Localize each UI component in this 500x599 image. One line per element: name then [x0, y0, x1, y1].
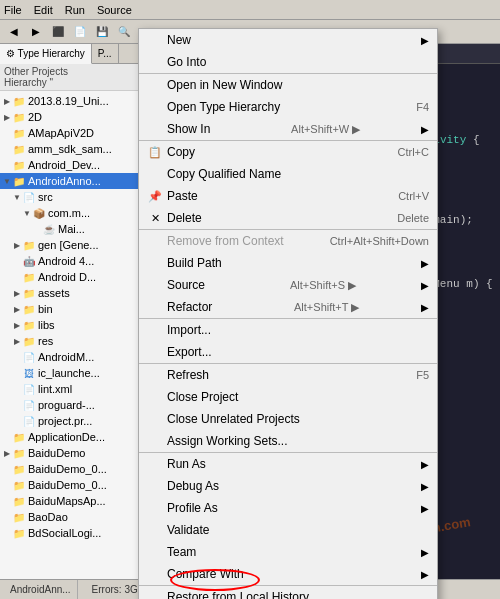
menu-bar: File Edit Run Source [0, 0, 500, 20]
context-menu-item-run-as[interactable]: Run As▶ [139, 452, 437, 475]
context-menu-item-refresh[interactable]: RefreshF5 [139, 363, 437, 386]
tree-item[interactable]: 📁 BaiduDemo_0... [0, 477, 154, 493]
tree-item[interactable]: ▼ 📄 src [0, 189, 154, 205]
tree-item[interactable]: ▶ 📁 bin [0, 301, 154, 317]
context-menu-item-debug-as[interactable]: Debug As▶ [139, 475, 437, 497]
tree-item[interactable]: ▶ 📁 libs [0, 317, 154, 333]
tree-item[interactable]: 📁 Android_Dev... [0, 157, 154, 173]
context-menu-item-close-project[interactable]: Close Project [139, 386, 437, 408]
tree-item[interactable]: ▼ 📁 AndroidAnno... [0, 173, 154, 189]
context-menu-item-restore-from-local-history[interactable]: Restore from Local History... [139, 585, 437, 599]
tree-area: ▶ 📁 2013.8.19_Uni... ▶ 📁 2D 📁 AMapApiV2D… [0, 91, 154, 599]
context-menu-item-copy[interactable]: 📋CopyCtrl+C [139, 140, 437, 163]
toolbar-btn-5[interactable]: 💾 [92, 23, 112, 41]
ctx-label: Paste [167, 189, 198, 203]
tree-item[interactable]: 📁 BaoDao [0, 509, 154, 525]
menu-edit[interactable]: Edit [34, 4, 53, 16]
tree-item[interactable]: 📁 AMapApiV2D [0, 125, 154, 141]
context-menu-item-go-into[interactable]: Go Into [139, 51, 437, 73]
ctx-icon-23 [147, 544, 163, 560]
tab-type-hierarchy[interactable]: ⚙ Type Hierarchy [0, 44, 92, 64]
tree-item[interactable]: 📄 proguard-... [0, 397, 154, 413]
tree-item[interactable]: 📄 AndroidM... [0, 349, 154, 365]
ctx-label: Refactor [167, 300, 212, 314]
toolbar-btn-2[interactable]: ▶ [26, 23, 46, 41]
tree-item[interactable]: ▶ 📁 assets [0, 285, 154, 301]
bottom-tab-errors[interactable]: Errors: 3G [86, 580, 145, 599]
tree-item[interactable]: ▼ 📦 com.m... [0, 205, 154, 221]
tree-item[interactable]: 📁 BaiduDemo_0... [0, 461, 154, 477]
menu-file[interactable]: File [4, 4, 22, 16]
toolbar-btn-4[interactable]: 📄 [70, 23, 90, 41]
tree-item[interactable]: ▶ 📁 BaiduDemo [0, 445, 154, 461]
tab-package-explorer[interactable]: P... [92, 44, 119, 63]
context-menu-item-import[interactable]: Import... [139, 318, 437, 341]
context-menu-item-show-in[interactable]: Show InAlt+Shift+W ▶▶ [139, 118, 437, 140]
ctx-icon-15 [147, 367, 163, 383]
tree-item[interactable]: 📁 BdSocialLogi... [0, 525, 154, 541]
tree-item[interactable]: ☕ Mai... [0, 221, 154, 237]
ctx-label: Open Type Hierarchy [167, 100, 280, 114]
ctx-icon-4 [147, 121, 163, 137]
ctx-icon-14 [147, 344, 163, 360]
tree-item[interactable]: 🤖 Android 4... [0, 253, 154, 269]
ctx-icon-3 [147, 99, 163, 115]
ctx-icon-12 [147, 299, 163, 315]
submenu-arrow: ▶ [421, 124, 429, 135]
ctx-label: Validate [167, 523, 209, 537]
ctx-label: Import... [167, 323, 211, 337]
context-menu-item-export[interactable]: Export... [139, 341, 437, 363]
ctx-label: Copy Qualified Name [167, 167, 281, 181]
toolbar-btn-6[interactable]: 🔍 [114, 23, 134, 41]
ctx-icon-5: 📋 [147, 144, 163, 160]
tree-item[interactable]: 📄 project.pr... [0, 413, 154, 429]
ctx-icon-2 [147, 77, 163, 93]
context-menu-item-copy-qualified-name[interactable]: Copy Qualified Name [139, 163, 437, 185]
context-menu-item-open-type-hierarchy[interactable]: Open Type HierarchyF4 [139, 96, 437, 118]
tree-item[interactable]: ▶ 📁 2D [0, 109, 154, 125]
context-menu-item-validate[interactable]: Validate [139, 519, 437, 541]
ctx-label: Team [167, 545, 196, 559]
context-menu-item-remove-from-context: Remove from ContextCtrl+Alt+Shift+Down [139, 229, 437, 252]
ctx-shortcut: Alt+Shift+W ▶ [271, 123, 360, 136]
ctx-label: Debug As [167, 479, 219, 493]
ctx-icon-0 [147, 32, 163, 48]
submenu-arrow: ▶ [421, 35, 429, 46]
tree-item[interactable]: 📁 amm_sdk_sam... [0, 141, 154, 157]
menu-run[interactable]: Run [65, 4, 85, 16]
tree-item[interactable]: 📁 BaiduMapsAp... [0, 493, 154, 509]
tree-item[interactable]: ▶ 📁 res [0, 333, 154, 349]
context-menu-item-paste[interactable]: 📌PasteCtrl+V [139, 185, 437, 207]
context-menu-item-profile-as[interactable]: Profile As▶ [139, 497, 437, 519]
submenu-arrow: ▶ [421, 459, 429, 470]
context-menu-item-source[interactable]: SourceAlt+Shift+S ▶▶ [139, 274, 437, 296]
context-menu-item-assign-working-sets[interactable]: Assign Working Sets... [139, 430, 437, 452]
toolbar-btn-3[interactable]: ⬛ [48, 23, 68, 41]
tree-item[interactable]: 📁 Android D... [0, 269, 154, 285]
ctx-label: Close Project [167, 390, 238, 404]
menu-source[interactable]: Source [97, 4, 132, 16]
tree-item[interactable]: ▶ 📁 2013.8.19_Uni... [0, 93, 154, 109]
ctx-shortcut: Ctrl+C [378, 146, 429, 158]
ctx-icon-10 [147, 255, 163, 271]
context-menu-item-build-path[interactable]: Build Path▶ [139, 252, 437, 274]
tree-item[interactable]: 📄 lint.xml [0, 381, 154, 397]
context-menu-item-close-unrelated-projects[interactable]: Close Unrelated Projects [139, 408, 437, 430]
ctx-icon-19 [147, 456, 163, 472]
context-menu-item-compare-with[interactable]: Compare With▶ [139, 563, 437, 585]
ctx-icon-7: 📌 [147, 188, 163, 204]
tree-item[interactable]: 📁 ApplicationDe... [0, 429, 154, 445]
bottom-tab-main[interactable]: AndroidAnn... [4, 580, 78, 599]
context-menu-item-refactor[interactable]: RefactorAlt+Shift+T ▶▶ [139, 296, 437, 318]
ctx-icon-13 [147, 322, 163, 338]
tree-item[interactable]: ▶ 📁 gen [Gene... [0, 237, 154, 253]
context-menu-item-delete[interactable]: ✕DeleteDelete [139, 207, 437, 229]
toolbar-btn-1[interactable]: ◀ [4, 23, 24, 41]
tree-item[interactable]: 🖼 ic_launche... [0, 365, 154, 381]
ctx-label: New [167, 33, 191, 47]
ctx-label: Profile As [167, 501, 218, 515]
context-menu-item-new[interactable]: New▶ [139, 29, 437, 51]
context-menu-item-open-in-new-window[interactable]: Open in New Window [139, 73, 437, 96]
context-menu-item-team[interactable]: Team▶ [139, 541, 437, 563]
submenu-arrow: ▶ [421, 302, 429, 313]
